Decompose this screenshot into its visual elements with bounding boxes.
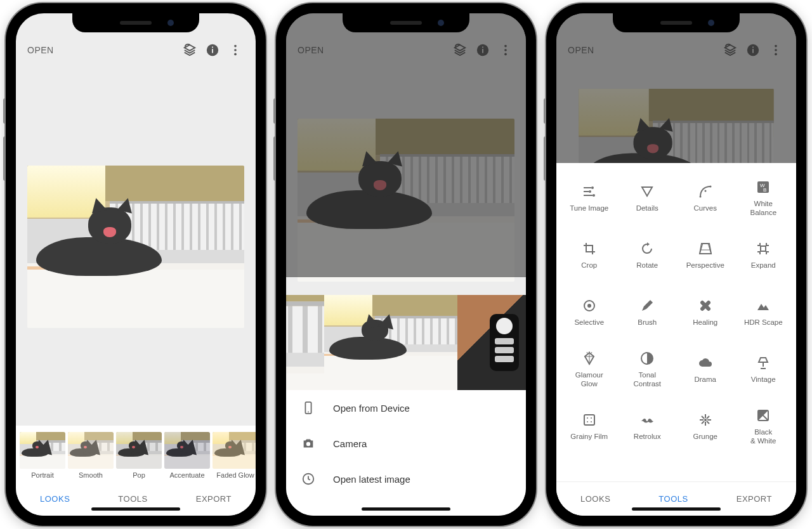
top-bar: OPEN — [286, 32, 526, 68]
tool-selective[interactable]: Selective — [560, 285, 619, 341]
looks-strip[interactable]: Portrait Smooth Pop — [16, 426, 256, 481]
tool-label: Healing — [693, 318, 717, 327]
more-vert-icon[interactable] — [224, 39, 247, 62]
tab-looks[interactable]: LOOKS — [40, 494, 70, 504]
tab-looks[interactable]: LOOKS — [580, 494, 610, 504]
look-label: Accentuate — [164, 471, 210, 479]
tool-label: Curves — [694, 204, 717, 213]
tool-label: Brush — [638, 318, 657, 327]
open-from-device[interactable]: Open from Device — [286, 390, 526, 426]
tool-label: GlamourGlow — [575, 371, 603, 389]
tab-tools[interactable]: TOOLS — [658, 494, 688, 504]
tool-label: Grunge — [693, 433, 717, 441]
open-button[interactable]: OPEN — [298, 45, 324, 55]
info-icon[interactable] — [201, 39, 224, 62]
tab-export[interactable]: EXPORT — [737, 494, 772, 504]
look-label: Pop — [116, 471, 162, 479]
tool-label: Details — [636, 204, 658, 213]
clock-icon — [301, 472, 315, 486]
recent-thumb-2[interactable] — [324, 295, 457, 390]
device-notch — [72, 13, 199, 32]
tool-wb[interactable]: WhiteBalance — [735, 171, 793, 226]
tool-rotate[interactable]: Rotate — [619, 228, 677, 284]
tool-label: Perspective — [686, 261, 724, 270]
home-indicator[interactable] — [362, 507, 450, 511]
wb-icon — [756, 180, 771, 195]
recent-photos-row[interactable] — [286, 295, 526, 390]
tab-tools[interactable]: TOOLS — [118, 494, 147, 504]
open-bottom-sheet: Open from Device Camera Open latest imag… — [286, 295, 526, 516]
film-icon — [582, 412, 597, 428]
phone-icon — [301, 401, 315, 415]
open-button[interactable]: OPEN — [568, 45, 594, 55]
tool-grainy[interactable]: Grainy Film — [560, 399, 619, 455]
tool-label: Tune Image — [570, 204, 608, 213]
tune-icon — [582, 184, 597, 199]
half-circle-icon — [639, 351, 655, 366]
device-notch — [613, 13, 740, 32]
tool-label: Grainy Film — [570, 433, 608, 441]
tool-glamour[interactable]: GlamourGlow — [560, 342, 619, 398]
edit-stack-icon[interactable] — [178, 39, 201, 62]
tool-label: WhiteBalance — [750, 200, 776, 218]
open-camera[interactable]: Camera — [286, 426, 526, 461]
tool-hdr[interactable]: HDR Scape — [735, 285, 793, 341]
tool-vintage[interactable]: Vintage — [735, 342, 793, 398]
device-notch — [343, 13, 469, 32]
curves-icon — [698, 184, 713, 199]
tool-brush[interactable]: Brush — [619, 285, 677, 341]
info-icon[interactable] — [471, 39, 494, 62]
open-latest[interactable]: Open latest image — [286, 461, 526, 497]
tool-perspective[interactable]: Perspective — [676, 228, 735, 284]
tool-retrolux[interactable]: Retrolux — [619, 399, 677, 455]
tool-healing[interactable]: Healing — [676, 285, 735, 341]
tool-grunge[interactable]: Grunge — [676, 399, 735, 455]
look-label: Portrait — [20, 471, 65, 479]
phone-1-looks: OPEN — [6, 3, 266, 526]
look-smooth[interactable]: Smooth — [68, 432, 114, 479]
phone-3-tools: OPEN Tune Image — [546, 3, 806, 526]
tools-grid[interactable]: Tune Image Details Curves WhiteBalance C… — [556, 163, 796, 481]
look-faded[interactable]: Faded Glow — [213, 432, 256, 479]
triangle-down-icon — [639, 184, 655, 199]
edit-stack-icon[interactable] — [719, 39, 742, 62]
look-pop[interactable]: Pop — [116, 432, 162, 479]
tool-details[interactable]: Details — [619, 171, 677, 226]
cloud-icon — [698, 355, 713, 370]
tool-label: TonalContrast — [634, 371, 661, 389]
tool-tonal[interactable]: TonalContrast — [619, 342, 677, 398]
look-portrait[interactable]: Portrait — [20, 432, 65, 479]
tool-label: Black& White — [750, 428, 776, 446]
tool-curves[interactable]: Curves — [676, 171, 735, 226]
bw-icon — [756, 408, 771, 423]
tool-label: Drama — [694, 376, 716, 384]
home-indicator[interactable] — [91, 507, 180, 511]
more-vert-icon[interactable] — [764, 39, 787, 62]
open-camera-label: Camera — [333, 438, 367, 449]
tool-label: Rotate — [636, 261, 658, 270]
home-indicator[interactable] — [632, 507, 721, 511]
look-label: Smooth — [68, 471, 114, 479]
diamond-icon — [582, 351, 597, 366]
more-vert-icon[interactable] — [494, 39, 517, 62]
expand-icon — [756, 241, 771, 256]
image-canvas — [286, 68, 526, 277]
tool-tune[interactable]: Tune Image — [560, 171, 619, 226]
crop-icon — [582, 241, 597, 256]
open-button[interactable]: OPEN — [27, 45, 54, 55]
recent-thumb-3[interactable] — [457, 295, 526, 390]
main-photo — [298, 119, 514, 282]
edit-stack-icon[interactable] — [449, 39, 471, 62]
tool-bw[interactable]: Black& White — [735, 399, 793, 455]
tool-expand[interactable]: Expand — [735, 228, 793, 284]
tool-drama[interactable]: Drama — [676, 342, 735, 398]
image-canvas[interactable] — [16, 68, 256, 426]
tab-export[interactable]: EXPORT — [196, 494, 232, 504]
tool-crop[interactable]: Crop — [560, 228, 619, 284]
tool-label: Selective — [574, 318, 604, 327]
tool-label: Expand — [751, 261, 776, 270]
look-accent[interactable]: Accentuate — [164, 432, 210, 479]
info-icon[interactable] — [742, 39, 764, 62]
recent-thumb-1[interactable] — [286, 295, 324, 390]
brush-icon — [639, 298, 655, 313]
